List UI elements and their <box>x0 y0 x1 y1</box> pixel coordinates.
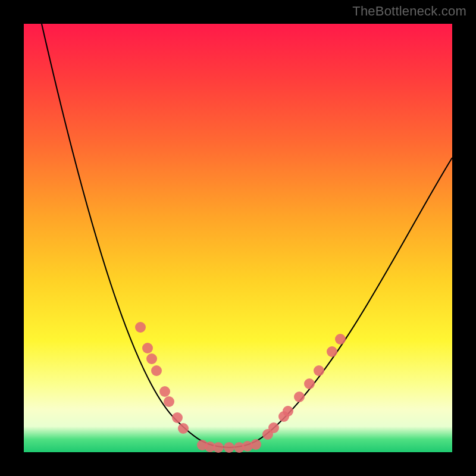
data-dot <box>304 378 315 389</box>
data-dot <box>283 406 293 416</box>
data-dot <box>146 353 157 364</box>
data-dot <box>172 412 183 423</box>
bottleneck-curve <box>42 24 452 447</box>
data-dot <box>164 396 174 407</box>
data-dot <box>142 343 153 353</box>
watermark-text: TheBottleneck.com <box>352 4 466 19</box>
data-dot <box>159 386 170 397</box>
data-dot <box>213 442 224 453</box>
dots-right <box>262 334 346 440</box>
data-dot <box>178 423 189 434</box>
dots-bottom <box>197 439 261 453</box>
chart-stage: TheBottleneck.com <box>0 0 476 476</box>
data-dot <box>327 346 337 357</box>
data-dot <box>135 322 146 333</box>
data-dot <box>294 392 305 402</box>
curve-svg <box>24 24 452 452</box>
data-dot <box>268 422 279 433</box>
plot-area <box>24 24 452 452</box>
data-dot <box>224 442 234 453</box>
dots-left <box>135 322 189 434</box>
data-dot <box>314 365 324 376</box>
data-dot <box>335 334 346 345</box>
data-dot <box>151 365 162 376</box>
data-dot <box>250 439 261 450</box>
